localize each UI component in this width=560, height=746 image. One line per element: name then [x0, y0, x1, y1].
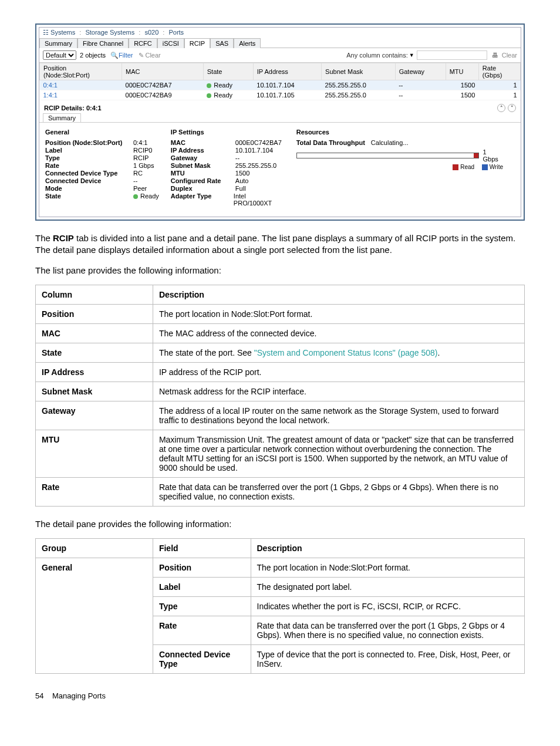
k-rate: Rate — [45, 162, 133, 169]
k-mac: MAC — [171, 139, 235, 146]
status-ready-icon — [207, 93, 211, 98]
desc-cell: The port location in Node:Slot:Port form… — [251, 558, 525, 578]
desc-cell: Type of device that the port is connecte… — [251, 645, 525, 674]
k-cd: Connected Device — [45, 177, 133, 184]
filter-link[interactable]: Filter — [119, 52, 133, 59]
tab-summary[interactable]: Summary — [39, 38, 77, 48]
col-subnet[interactable]: Subnet Mask — [322, 63, 396, 80]
tree-icon: ☷ — [43, 29, 49, 36]
collapse-down-icon[interactable]: ˅ — [508, 104, 516, 112]
cell-subnet: 255.255.255.0 — [322, 80, 396, 90]
clear-icon: ✎ — [139, 52, 144, 59]
tab-rcip[interactable]: RCIP — [184, 38, 210, 48]
breadcrumb-part[interactable]: Storage Systems — [85, 29, 134, 36]
col-name: Gateway — [36, 401, 153, 430]
table-row[interactable]: 0:4:1 000E0C742BA7 Ready 10.101.7.104 25… — [40, 80, 521, 90]
column-filter-label[interactable]: Any column contains: — [346, 52, 408, 59]
cell-mac: 000E0C742BA9 — [122, 90, 204, 100]
page-number: 54 — [35, 691, 43, 700]
th-group: Group — [36, 539, 153, 558]
col-name: IP Address — [36, 362, 153, 382]
v-at: Intel PRO/1000XT — [234, 193, 285, 207]
subtab-summary[interactable]: Summary — [43, 113, 81, 122]
paragraph: The detail pane provides the following i… — [35, 518, 525, 530]
table-row[interactable]: 1:4:1 000E0C742BA9 Ready 10.101.7.105 25… — [40, 90, 521, 100]
cell-position[interactable]: 1:4:1 — [40, 90, 122, 100]
tab-fibre-channel[interactable]: Fibre Channel — [77, 38, 129, 48]
breadcrumb-part[interactable]: Ports — [168, 29, 184, 36]
column-filter-input[interactable] — [417, 50, 487, 60]
ports-table: Position (Node:Slot:Port) MAC State IP A… — [39, 63, 521, 100]
clear-search[interactable]: Clear — [502, 52, 517, 59]
legend-read: Read — [460, 164, 474, 170]
breadcrumb-part[interactable]: Systems — [50, 29, 75, 36]
v-position: 0:4:1 — [133, 139, 147, 146]
k-ip: IP Address — [171, 147, 235, 154]
v-dup: Full — [235, 185, 246, 192]
col-state[interactable]: State — [203, 63, 253, 80]
cell-state: Ready — [203, 80, 253, 90]
xref-status-icons[interactable]: "System and Component Status Icons" (pag… — [254, 348, 438, 357]
top-tabs: Summary Fibre Channel RCFC iSCSI RCIP SA… — [39, 38, 521, 48]
details-body: General Position (Node:Slot:Port)0:4:1 L… — [39, 122, 521, 217]
detail-pane-fields-table: Group Field Description General Position… — [35, 538, 525, 674]
v-sn: 255.255.255.0 — [235, 162, 276, 169]
cell-ip: 10.101.7.105 — [253, 90, 321, 100]
k-at: Adapter Type — [171, 193, 234, 207]
k-label: Label — [45, 147, 133, 154]
k-cr: Configured Rate — [171, 177, 235, 184]
details-subtabs: Summary — [39, 113, 521, 122]
col-name: Position — [36, 304, 153, 323]
cell-gateway: -- — [395, 80, 446, 90]
tab-alerts[interactable]: Alerts — [234, 38, 261, 48]
cell-mtu: 1500 — [446, 80, 478, 90]
throughput-legend: Read Write — [296, 164, 503, 170]
status-ready-icon — [207, 83, 211, 88]
chevron-down-icon[interactable]: ▼ — [409, 52, 414, 58]
th-description: Description — [251, 539, 525, 558]
cell-rate: 1 — [478, 80, 520, 90]
th-field: Field — [153, 539, 251, 558]
col-mac[interactable]: MAC — [122, 63, 204, 80]
paragraph: The RCIP tab is divided into a list pane… — [35, 232, 525, 256]
k-dup: Duplex — [171, 185, 235, 192]
clear-link[interactable]: Clear — [145, 52, 160, 59]
throughput-label: Total Data Throughput — [296, 139, 365, 146]
print-icon[interactable]: 🖶 — [492, 52, 498, 59]
group-heading-ip: IP Settings — [171, 129, 285, 136]
col-mtu[interactable]: MTU — [446, 63, 478, 80]
filter-preset-select[interactable]: Default — [43, 50, 76, 60]
cell-position[interactable]: 0:4:1 — [40, 80, 122, 90]
throughput-bar-read — [474, 153, 478, 158]
legend-swatch-write — [482, 164, 488, 170]
col-gateway[interactable]: Gateway — [395, 63, 446, 80]
th-column: Column — [36, 285, 153, 304]
cell-rate: 1 — [478, 90, 520, 100]
col-rate[interactable]: Rate (Gbps) — [478, 63, 520, 80]
breadcrumb-sep: : — [139, 29, 140, 36]
cell-state: Ready — [203, 90, 253, 100]
legend-swatch-read — [453, 164, 458, 170]
col-desc: Maximum Transmission Unit. The greatest … — [153, 430, 524, 477]
details-general-col: General Position (Node:Slot:Port)0:4:1 L… — [45, 126, 171, 207]
tab-sas[interactable]: SAS — [210, 38, 234, 48]
cell-ip: 10.101.7.104 — [253, 80, 321, 90]
tab-rcfc[interactable]: RCFC — [129, 38, 157, 48]
col-desc: IP address of the RCIP port. — [153, 362, 524, 382]
collapse-up-icon[interactable]: ˄ — [497, 104, 505, 112]
v-cd: -- — [133, 177, 137, 184]
col-position[interactable]: Position (Node:Slot:Port) — [40, 63, 122, 80]
breadcrumb-part[interactable]: s020 — [144, 29, 158, 36]
k-gw: Gateway — [171, 154, 235, 161]
status-ready-icon — [133, 194, 138, 199]
legend-write: Write — [490, 164, 503, 170]
filter-icon: 🔍 — [110, 52, 119, 59]
tab-iscsi[interactable]: iSCSI — [157, 38, 184, 48]
cell-subnet: 255.255.255.0 — [322, 90, 396, 100]
chapter-title: Managing Ports — [52, 691, 106, 700]
col-desc: The address of a local IP router on the … — [153, 401, 524, 430]
col-ip[interactable]: IP Address — [253, 63, 321, 80]
v-mode: Peer — [133, 185, 147, 192]
k-position: Position (Node:Slot:Port) — [45, 139, 133, 146]
cell-mac: 000E0C742BA7 — [122, 80, 204, 90]
